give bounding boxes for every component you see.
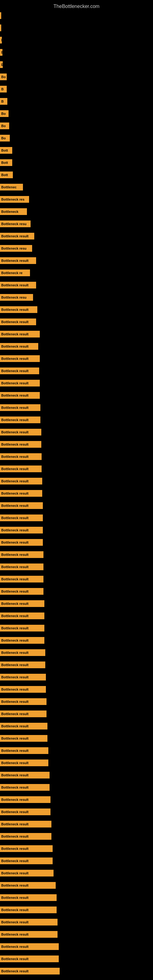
- bar-row: Bottleneck result: [0, 368, 39, 374]
- bar-row: Bottleneck result: [0, 282, 36, 288]
- bar: E: [0, 37, 2, 43]
- bar-row: Bottleneck result: [0, 404, 40, 411]
- bar-label: Bottleneck result: [1, 871, 29, 875]
- bar-row: Bottleneck result: [0, 453, 41, 460]
- bar-label: Bottleneck result: [1, 773, 29, 777]
- bar-row: Bottleneck result: [0, 649, 45, 656]
- bar-label: E: [1, 38, 2, 42]
- bar: Bottleneck result: [0, 882, 56, 889]
- bar-row: Bo: [0, 135, 10, 142]
- bar: Bottleneck result: [0, 514, 43, 521]
- bar-label: Bottleneck result: [1, 920, 29, 924]
- bar-row: E: [0, 37, 2, 43]
- bar: Bottleneck result: [0, 392, 40, 399]
- bar-label: Bottleneck result: [1, 467, 29, 471]
- bar: Bottleneck result: [0, 625, 45, 632]
- bar-row: Bottleneck result: [0, 772, 49, 778]
- bar-label: Bottleneck result: [1, 896, 29, 899]
- bar: Bottleneck result: [0, 233, 34, 240]
- bar-label: Bo: [1, 124, 6, 128]
- bar-label: Bottleneck result: [1, 393, 29, 397]
- bar-label: B: [1, 100, 4, 103]
- bar-label: Bottleneck result: [1, 541, 29, 544]
- bar-label: Bottleneck result: [1, 577, 29, 581]
- bar: Bottleneck result: [0, 698, 46, 705]
- bar-row: Bottleneck result: [0, 747, 48, 754]
- bar-row: Bottleneck result: [0, 441, 41, 448]
- bar-row: Bottleneck result: [0, 662, 45, 668]
- bar-row: Bottleneck result: [0, 711, 46, 717]
- bar-label: Bottleneck resu: [1, 247, 27, 250]
- bar: Bottleneck result: [0, 368, 39, 374]
- bar: Bottleneck result: [0, 331, 40, 337]
- bar: Bottleneck result: [0, 380, 40, 387]
- bar-label: Bo: [1, 112, 6, 115]
- bar: Bottleneck result: [0, 551, 43, 558]
- bar: Bottleneck result: [0, 686, 46, 693]
- bar-row: Bottleneck result: [0, 858, 53, 864]
- bar-row: Bo: [0, 110, 9, 117]
- bar: B: [0, 86, 7, 92]
- bar-label: Bo: [1, 75, 6, 79]
- bar-row: Bottleneck resu: [0, 294, 33, 301]
- bar-label: Bottleneck result: [1, 418, 29, 422]
- bar-label: Bott: [1, 148, 8, 152]
- bar: Bo: [0, 73, 7, 80]
- bar-row: Bottleneck result: [0, 674, 46, 681]
- bar-row: Bottleneck result: [0, 723, 48, 730]
- bar: Bott: [0, 147, 12, 154]
- bar-row: Bottleneck result: [0, 968, 60, 975]
- bar: Bottleneck resu: [0, 294, 33, 301]
- bar-row: Bottleneck result: [0, 466, 41, 472]
- bar: Bottleneck result: [0, 649, 45, 656]
- bar-label: Bottleneck result: [1, 442, 29, 446]
- bar-label: Bott: [1, 173, 8, 177]
- bar-row: Bottleneck result: [0, 759, 48, 766]
- bar-label: Bottleneck result: [1, 614, 29, 618]
- bar-row: Bottleneck result: [0, 318, 36, 325]
- bar: Bottleneck result: [0, 404, 40, 411]
- bar-row: Bott: [0, 172, 13, 178]
- bar-row: Bottleneck result: [0, 478, 42, 485]
- bar: Bottlenec: [0, 184, 23, 191]
- bar-row: Bottleneck result: [0, 588, 43, 595]
- bar-label: Bottleneck result: [1, 908, 29, 912]
- bar: Bottleneck result: [0, 478, 42, 485]
- bar: Bottleneck result: [0, 919, 57, 926]
- bar-label: Bottleneck result: [1, 798, 29, 802]
- bar-row: Bottleneck result: [0, 514, 43, 521]
- bar-row: Bottleneck result: [0, 637, 45, 644]
- bar: Bottleneck result: [0, 502, 43, 509]
- bar: Bottleneck result: [0, 637, 45, 644]
- bar: Bottleneck result: [0, 282, 36, 288]
- bar: Bottleneck result: [0, 576, 43, 582]
- bar: Bottleneck result: [0, 894, 57, 901]
- bar: Bottleneck result: [0, 539, 43, 546]
- bar: Bottleneck result: [0, 735, 48, 742]
- bar: Bottleneck result: [0, 441, 41, 448]
- bar: Bottleneck result: [0, 759, 48, 766]
- bar: Bott: [0, 172, 13, 178]
- bar-row: Bottleneck resu: [0, 245, 32, 252]
- bar: Bottleneck: [0, 208, 27, 215]
- bar: Bottleneck result: [0, 343, 38, 350]
- bar: Bottleneck result: [0, 318, 36, 325]
- bar-row: Bottleneck result: [0, 919, 57, 926]
- bar-label: Bottleneck result: [1, 369, 29, 373]
- bar: Bottleneck re: [0, 269, 30, 276]
- bar-label: E: [1, 63, 3, 67]
- bar-label: Bottleneck res: [1, 197, 24, 201]
- bar-row: Bottleneck result: [0, 956, 59, 962]
- bar-label: Bottleneck result: [1, 516, 29, 520]
- bar-row: Bo: [0, 123, 9, 129]
- site-title: TheBottlenecker.com: [0, 1, 153, 12]
- bar-label: Bottleneck result: [1, 406, 29, 409]
- bar-label: Bottleneck result: [1, 700, 29, 703]
- bar-row: Bottlenec: [0, 184, 23, 191]
- bar-row: [0, 12, 1, 19]
- bar-label: Bottleneck result: [1, 430, 29, 434]
- bar: Bottleneck result: [0, 612, 45, 619]
- bar-label: Bo: [1, 136, 6, 140]
- bar-row: Bottleneck result: [0, 429, 41, 436]
- bar-row: Bott: [0, 159, 12, 166]
